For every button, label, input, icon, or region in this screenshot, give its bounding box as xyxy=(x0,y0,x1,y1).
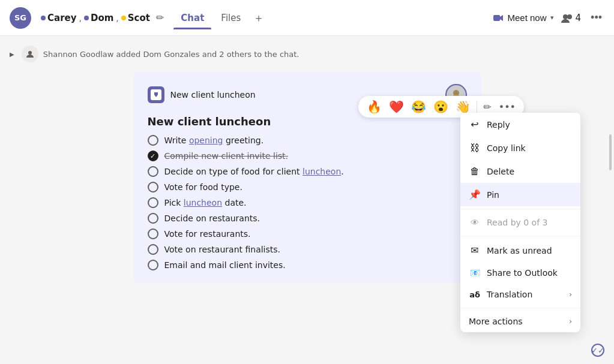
system-message: ▶ Shannon Goodlaw added Dom Gonzales and… xyxy=(10,46,604,62)
task-text-9: Email and mail client invites. xyxy=(164,260,286,270)
menu-share-outlook-label: Share to Outlook xyxy=(487,268,572,278)
svg-point-3 xyxy=(28,51,32,55)
tab-files[interactable]: Files xyxy=(214,8,248,28)
emoji-heart-button[interactable]: ❤️ xyxy=(387,100,406,114)
task-item: ✓ Compile new client invite list. xyxy=(148,151,467,161)
emoji-wow-button[interactable]: 😮 xyxy=(431,100,451,114)
menu-item-mark-unread[interactable]: ✉ Mark as unread xyxy=(460,239,580,262)
expand-arrow-icon[interactable]: ▶ xyxy=(10,51,14,58)
more-options-button[interactable]: ••• xyxy=(588,9,604,26)
participants-count-label: 4 xyxy=(576,13,582,23)
menu-divider-1 xyxy=(460,209,580,209)
meet-now-chevron: ▾ xyxy=(550,14,554,22)
menu-read-by-label: Read by 0 of 3 xyxy=(487,218,572,227)
task-link-3[interactable]: luncheon xyxy=(302,167,341,176)
participant-name-scot: Scot xyxy=(128,13,150,23)
participant-name-dom: Dom xyxy=(91,13,113,23)
presence-dot-dom xyxy=(84,16,89,20)
menu-item-read-by: 👁 Read by 0 of 3 xyxy=(460,212,580,233)
menu-item-share-outlook[interactable]: 📧 Share to Outlook xyxy=(460,262,580,284)
checkmark-icon: ✓ xyxy=(150,152,155,160)
more-reactions-icon[interactable]: ••• xyxy=(496,100,518,114)
menu-divider-2 xyxy=(460,236,580,236)
menu-more-actions-label: More actions xyxy=(469,317,563,326)
avatar: SG xyxy=(10,7,31,29)
task-item: Vote for food type. xyxy=(148,182,467,192)
task-item: Write opening greeting. xyxy=(148,135,467,146)
participants-count-area[interactable]: 4 xyxy=(561,13,582,23)
task-text-3: Decide on type of food for client lunche… xyxy=(164,167,344,176)
task-checkbox-4[interactable] xyxy=(148,182,158,192)
task-text-8: Vote on restaurant finalists. xyxy=(164,245,281,254)
task-item: Pick luncheon date. xyxy=(148,197,467,208)
menu-reply-label: Reply xyxy=(487,120,572,130)
edit-participants-icon[interactable]: ✏️ xyxy=(156,12,164,23)
task-link-1[interactable]: opening xyxy=(189,136,223,145)
system-message-text: Shannon Goodlaw added Dom Gonzales and 2… xyxy=(43,50,299,59)
meet-icon xyxy=(493,14,504,22)
menu-item-more-actions[interactable]: More actions › xyxy=(460,311,580,332)
menu-copy-link-label: Copy link xyxy=(487,143,572,153)
participant-dom: Dom xyxy=(84,13,113,23)
menu-delete-label: Delete xyxy=(487,167,572,176)
tab-files-label: Files xyxy=(221,13,241,23)
system-avatar xyxy=(22,46,38,62)
translation-chevron-icon: › xyxy=(569,290,572,299)
top-bar: SG Carey , Dom , Scot ✏️ Chat Files ＋ xyxy=(0,0,614,36)
emoji-laugh-button[interactable]: 😂 xyxy=(409,100,429,114)
tab-chat[interactable]: Chat xyxy=(173,8,211,28)
copy-link-icon: ⛓ xyxy=(469,142,481,154)
task-checkbox-5[interactable] xyxy=(148,197,158,208)
add-tab-button[interactable]: ＋ xyxy=(250,10,267,26)
separator-2: , xyxy=(116,13,118,23)
task-checkbox-6[interactable] xyxy=(148,213,158,224)
svg-point-2 xyxy=(567,14,572,19)
read-by-icon: 👁 xyxy=(469,218,481,227)
task-text-6: Decide on restaurants. xyxy=(164,213,260,223)
svg-point-1 xyxy=(563,14,568,19)
task-list: Write opening greeting. ✓ Compile new cl… xyxy=(148,135,467,270)
translation-icon: aδ xyxy=(469,290,481,299)
menu-item-translation[interactable]: aδ Translation › xyxy=(460,284,580,305)
scroll-indicator xyxy=(609,134,612,170)
task-checkbox-3[interactable] xyxy=(148,166,158,177)
delete-icon: 🗑 xyxy=(469,166,481,177)
participants-list: Carey , Dom , Scot ✏️ xyxy=(41,12,164,23)
nav-tabs: Chat Files ＋ xyxy=(173,8,267,28)
tab-chat-label: Chat xyxy=(181,13,204,23)
task-link-5[interactable]: luncheon xyxy=(184,198,222,207)
meet-now-button[interactable]: Meet now ▾ xyxy=(493,13,554,23)
participant-name-carey: Carey xyxy=(47,13,76,23)
emoji-fire-button[interactable]: 🔥 xyxy=(364,100,384,114)
avatar-group: SG xyxy=(10,7,31,29)
emoji-wave-button[interactable]: 👋 xyxy=(453,100,473,114)
menu-item-pin[interactable]: 📌 Pin xyxy=(460,183,580,206)
more-actions-chevron-icon: › xyxy=(569,317,572,326)
bottom-status: ✓✓ xyxy=(591,344,604,357)
menu-item-copy-link[interactable]: ⛓ Copy link xyxy=(460,136,580,160)
task-checkbox-1[interactable] xyxy=(148,135,158,146)
reaction-divider xyxy=(477,101,477,113)
task-text-7: Vote for restaurants. xyxy=(164,229,251,239)
app-icon-inner xyxy=(151,89,161,100)
menu-item-reply[interactable]: ↩ Reply xyxy=(460,113,580,136)
reply-icon: ↩ xyxy=(469,119,481,130)
task-checkbox-9[interactable] xyxy=(148,260,158,270)
menu-translation-label: Translation xyxy=(487,290,563,299)
mark-unread-icon: ✉ xyxy=(469,245,481,256)
task-checkbox-8[interactable] xyxy=(148,244,158,255)
chat-area: ▶ Shannon Goodlaw added Dom Gonzales and… xyxy=(0,36,614,364)
participant-scot: Scot xyxy=(121,13,150,23)
card-title-row: New client luncheon xyxy=(148,86,256,103)
menu-mark-unread-label: Mark as unread xyxy=(487,246,572,255)
task-checkbox-7[interactable] xyxy=(148,228,158,239)
task-item: Decide on type of food for client lunche… xyxy=(148,166,467,177)
card-app-name: New client luncheon xyxy=(170,90,256,100)
task-item: Vote for restaurants. xyxy=(148,228,467,239)
menu-item-delete[interactable]: 🗑 Delete xyxy=(460,160,580,183)
participant-carey: Carey xyxy=(41,13,76,23)
menu-divider-3 xyxy=(460,308,580,308)
edit-message-icon[interactable]: ✏️ xyxy=(481,100,493,114)
task-checkbox-2[interactable]: ✓ xyxy=(148,151,158,161)
svg-rect-0 xyxy=(493,15,500,21)
